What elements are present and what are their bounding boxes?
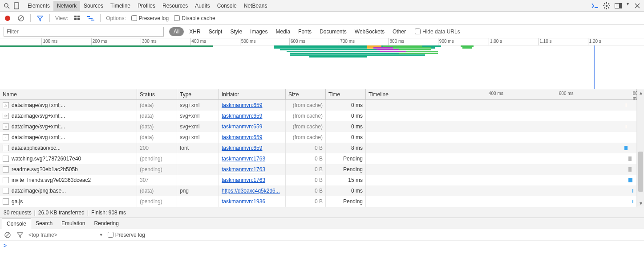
request-size: (from cache) — [286, 100, 326, 111]
panel-tab-profiles[interactable]: Profiles — [134, 1, 159, 11]
console-preserve-log-checkbox[interactable]: Preserve log — [108, 232, 145, 238]
filter-all[interactable]: All — [169, 27, 184, 36]
large-rows-icon[interactable] — [73, 14, 81, 22]
console-prompt-icon[interactable] — [591, 2, 599, 10]
svg-line-19 — [19, 16, 23, 20]
initiator-link[interactable]: taskmanmvn:659 — [222, 102, 262, 108]
panel-tab-timeline[interactable]: Timeline — [107, 1, 134, 11]
dock-icon[interactable] — [614, 2, 622, 10]
filter-media[interactable]: Media — [275, 29, 290, 35]
network-overview[interactable]: 100 ms200 ms300 ms400 ms500 ms600 ms700 … — [0, 38, 644, 89]
filter-fonts[interactable]: Fonts — [298, 29, 312, 35]
device-icon[interactable] — [12, 2, 20, 10]
drawer-tab-search[interactable]: Search — [31, 218, 57, 228]
record-button[interactable] — [4, 14, 12, 22]
col-size[interactable]: Size — [286, 89, 326, 99]
overview-tick: 900 ms — [438, 38, 454, 45]
scroll-down-arrow-icon[interactable]: ▾ — [637, 200, 644, 207]
console-preserve-log-label: Preserve log — [115, 232, 145, 238]
col-timeline[interactable]: Timeline 400 ms600 ms800 ms — [366, 89, 637, 99]
filter-script[interactable]: Script — [209, 29, 223, 35]
scroll-up-arrow-icon[interactable]: ▴ — [637, 89, 644, 96]
filter-documents[interactable]: Documents — [320, 29, 347, 35]
console-prompt[interactable]: > — [0, 241, 644, 251]
initiator-link[interactable]: taskmanmvn:659 — [222, 134, 262, 140]
request-type — [177, 153, 219, 164]
dock-dropdown-arrow-icon[interactable]: ▼ — [626, 2, 630, 6]
col-time[interactable]: Time — [326, 89, 366, 99]
svg-line-12 — [608, 3, 609, 4]
svg-line-9 — [604, 3, 605, 4]
table-row[interactable]: «data:image/svg+xml;...(data)svg+xmltask… — [0, 132, 637, 143]
filter-other[interactable]: Other — [393, 29, 406, 35]
scrollbar-thumb[interactable] — [638, 152, 643, 192]
overview-bar — [462, 47, 472, 49]
timeline-bar — [628, 156, 632, 161]
hide-data-urls-checkbox[interactable]: Hide data URLs — [415, 29, 460, 35]
disable-cache-checkbox[interactable]: Disable cache — [174, 15, 215, 21]
table-row[interactable]: invite_friends.svg?e02363dceac2307taskma… — [0, 175, 637, 185]
filter-icon[interactable] — [36, 14, 44, 22]
initiator-link[interactable]: taskmanmvn:659 — [222, 145, 262, 151]
request-name: data:application/oc... — [12, 145, 61, 151]
initiator-link[interactable]: taskmanmvn:1936 — [222, 198, 265, 205]
col-initiator[interactable]: Initiator — [219, 89, 286, 99]
table-row[interactable]: watching.svg?178726017e40(pending)taskma… — [0, 153, 637, 164]
filter-input[interactable] — [4, 27, 164, 37]
gear-icon[interactable] — [603, 2, 611, 10]
table-row[interactable]: △data:image/svg+xml;...(data)svg+xmltask… — [0, 100, 637, 111]
timeline-bar — [626, 136, 627, 139]
request-name: data:image/svg+xml;... — [12, 134, 65, 140]
initiator-link[interactable]: taskmanmvn:1763 — [222, 156, 265, 162]
request-time: 0 ms — [326, 185, 366, 196]
panel-tab-audits[interactable]: Audits — [191, 1, 213, 11]
initiator-link[interactable]: taskmanmvn:1763 — [222, 177, 265, 183]
frame-selector[interactable]: <top frame> ▼ — [28, 232, 103, 238]
table-row[interactable]: ga.js(pending)taskmanmvn:19360 BPending — [0, 196, 637, 207]
filter-xhr[interactable]: XHR — [189, 29, 200, 35]
drawer-tab-console[interactable]: Console — [2, 218, 31, 229]
console-toolbar: <top frame> ▼ Preserve log — [0, 229, 644, 241]
devtools-main-toolbar: ElementsNetworkSourcesTimelineProfilesRe… — [0, 0, 644, 12]
request-type: font — [177, 143, 219, 153]
table-row[interactable]: data:image/png;base...(data)pnghttps://d… — [0, 185, 637, 196]
table-row[interactable]: ○data:image/svg+xml;...(data)svg+xmltask… — [0, 121, 637, 132]
panel-tab-console[interactable]: Console — [214, 1, 240, 11]
search-icon[interactable] — [3, 2, 11, 10]
svg-rect-14 — [619, 3, 622, 8]
timeline-bar — [628, 178, 632, 182]
panel-tab-elements[interactable]: Elements — [24, 1, 53, 11]
col-type[interactable]: Type — [177, 89, 219, 99]
initiator-link[interactable]: taskmanmvn:1763 — [222, 166, 265, 173]
close-icon[interactable] — [633, 2, 641, 10]
overview-bar — [0, 45, 213, 47]
console-filter-icon[interactable] — [16, 231, 24, 239]
table-row[interactable]: ⟳data:image/svg+xml;...(data)svg+xmltask… — [0, 111, 637, 121]
frame-selector-label: <top frame> — [28, 232, 57, 238]
panel-tab-network[interactable]: Network — [53, 1, 80, 11]
request-size: (from cache) — [286, 111, 326, 121]
preserve-log-checkbox[interactable]: Preserve log — [131, 15, 169, 21]
waterfall-view-icon[interactable] — [87, 14, 95, 22]
request-name: watching.svg?178726017e40 — [12, 156, 81, 162]
drawer-tab-rendering[interactable]: Rendering — [89, 218, 123, 228]
col-status[interactable]: Status — [137, 89, 177, 99]
request-name: data:image/svg+xml;... — [12, 102, 65, 108]
panel-tab-resources[interactable]: Resources — [159, 1, 191, 11]
table-row[interactable]: readme.svg?0eb1ac2b505b(pending)taskmanm… — [0, 164, 637, 175]
panel-tab-netbeans[interactable]: NetBeans — [240, 1, 271, 11]
vertical-scrollbar[interactable]: ▴ ▾ — [637, 89, 644, 207]
panel-tab-sources[interactable]: Sources — [80, 1, 107, 11]
console-prompt-chevron-icon: > — [4, 243, 7, 249]
drawer-tab-emulation[interactable]: Emulation — [57, 218, 89, 228]
col-name[interactable]: Name — [0, 89, 137, 99]
filter-style[interactable]: Style — [230, 29, 242, 35]
filter-images[interactable]: Images — [250, 29, 267, 35]
initiator-link[interactable]: https://d3oaxc4q5k2d6... — [222, 188, 280, 194]
initiator-link[interactable]: taskmanmvn:659 — [222, 123, 262, 130]
clear-console-icon[interactable] — [4, 231, 12, 239]
initiator-link[interactable]: taskmanmvn:659 — [222, 113, 262, 119]
table-row[interactable]: data:application/oc...200fonttaskmanmvn:… — [0, 143, 637, 153]
clear-icon[interactable] — [17, 14, 25, 22]
filter-websockets[interactable]: WebSockets — [355, 29, 385, 35]
